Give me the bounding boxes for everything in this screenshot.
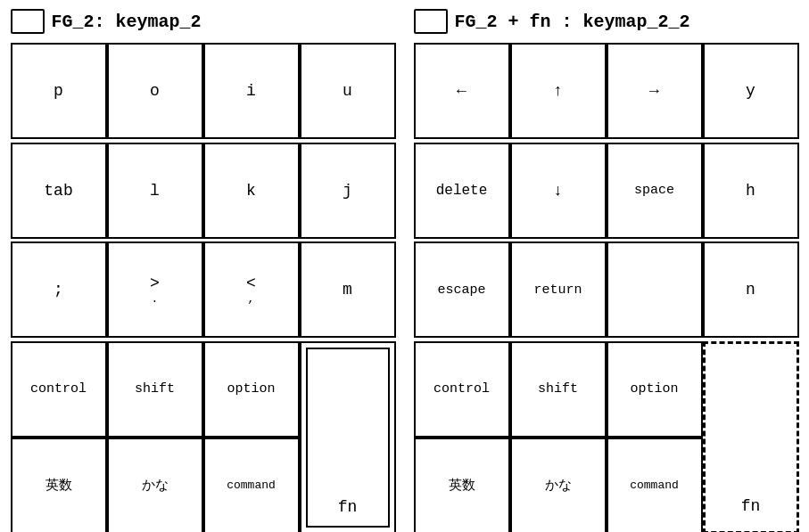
- key-semicolon-label: ;: [54, 281, 63, 299]
- key-kana-right-label: かな: [545, 477, 572, 494]
- key-eisuu-left-label: 英数: [45, 477, 72, 494]
- key-escape-label: escape: [437, 282, 485, 298]
- key-lt-label: <: [246, 274, 256, 292]
- key-m: m: [300, 241, 396, 338]
- key-eisuu-right: 英数: [414, 438, 510, 533]
- key-fn-left: fn: [300, 341, 396, 533]
- key-space-label: space: [634, 183, 674, 198]
- key-escape: escape: [414, 241, 510, 338]
- key-k: k: [203, 143, 300, 239]
- key-option-left-label: option: [227, 381, 275, 397]
- key-arrow-left-label: ←: [457, 82, 466, 100]
- key-command-left-label: command: [227, 479, 276, 492]
- key-option-right-label: option: [630, 381, 678, 397]
- key-delete-label: delete: [436, 183, 488, 199]
- key-p-label: p: [54, 82, 63, 100]
- key-shift-left: shift: [107, 341, 203, 438]
- key-command-left: command: [203, 438, 300, 533]
- key-kana-right: かな: [510, 438, 607, 533]
- key-m-label: m: [343, 281, 352, 299]
- key-return: return: [510, 241, 607, 338]
- key-arrow-up: ↑: [510, 43, 607, 139]
- key-command-right-label: command: [630, 479, 679, 492]
- key-arrow-right-label: →: [649, 82, 659, 100]
- left-header-title: FG_2: keymap_2: [52, 12, 202, 32]
- main-container: FG_2: keymap_2 p o i u tab l k j ; > . <…: [11, 9, 799, 532]
- key-u: u: [300, 43, 396, 139]
- right-keymap-header: FG_2 + fn : keymap_2_2: [414, 9, 799, 34]
- key-kana-left-label: かな: [142, 477, 169, 494]
- key-control-right: control: [414, 341, 510, 438]
- key-space: space: [607, 143, 703, 239]
- key-o-label: o: [150, 82, 160, 100]
- key-control-left: control: [11, 341, 107, 438]
- key-option-right: option: [607, 341, 703, 438]
- key-j: j: [300, 143, 396, 239]
- left-keymap-section: FG_2: keymap_2 p o i u tab l k j ; > . <…: [11, 9, 396, 532]
- key-o: o: [107, 43, 203, 139]
- key-u-label: u: [343, 82, 352, 100]
- key-gt-label: >: [150, 274, 160, 292]
- key-arrow-down: ↓: [510, 143, 607, 239]
- key-shift-right-label: shift: [538, 381, 578, 397]
- key-h: h: [703, 143, 799, 239]
- key-arrow-up-label: ↑: [553, 82, 563, 100]
- key-fn-left-label: fn: [338, 498, 358, 516]
- key-j-label: j: [343, 182, 352, 200]
- key-eisuu-right-label: 英数: [449, 477, 475, 494]
- key-lt: < ,: [203, 241, 300, 338]
- key-fn-right-label: fn: [741, 497, 761, 515]
- right-header-title: FG_2 + fn : keymap_2_2: [455, 12, 690, 32]
- key-i-label: i: [246, 82, 256, 100]
- left-header-rect: [11, 9, 45, 34]
- key-control-left-label: control: [30, 381, 87, 397]
- key-arrow-left: ←: [414, 43, 510, 139]
- key-kana-left: かな: [107, 438, 203, 533]
- left-keymap-header: FG_2: keymap_2: [11, 9, 396, 34]
- key-return-label: return: [533, 282, 582, 298]
- key-fn-right: fn: [703, 341, 799, 533]
- key-l: l: [107, 143, 203, 239]
- key-semicolon: ;: [11, 241, 107, 338]
- key-arrow-right: →: [607, 43, 703, 139]
- key-shift-left-label: shift: [135, 381, 175, 397]
- key-shift-right: shift: [510, 341, 607, 438]
- key-option-left: option: [203, 341, 300, 438]
- key-y: y: [703, 43, 799, 139]
- key-lt-sub: ,: [248, 292, 255, 306]
- key-l-label: l: [150, 182, 160, 200]
- key-tab-label: tab: [44, 182, 72, 200]
- key-delete: delete: [414, 143, 510, 239]
- key-gt-sub: .: [152, 292, 159, 306]
- key-empty-right: [607, 241, 703, 338]
- right-header-rect: [414, 9, 448, 34]
- key-h-label: h: [746, 182, 755, 200]
- key-gt: > .: [107, 241, 203, 338]
- key-p: p: [11, 43, 107, 139]
- key-arrow-down-label: ↓: [553, 182, 563, 200]
- key-eisuu-left: 英数: [11, 438, 107, 533]
- key-command-right: command: [607, 438, 703, 533]
- key-k-label: k: [246, 182, 256, 200]
- key-y-label: y: [746, 82, 755, 100]
- key-n: n: [703, 241, 799, 338]
- right-keymap-section: FG_2 + fn : keymap_2_2 ← ↑ → y delete ↓ …: [414, 9, 799, 532]
- key-n-label: n: [746, 281, 755, 299]
- key-tab: tab: [11, 143, 107, 239]
- key-i: i: [203, 43, 300, 139]
- key-control-right-label: control: [433, 381, 490, 397]
